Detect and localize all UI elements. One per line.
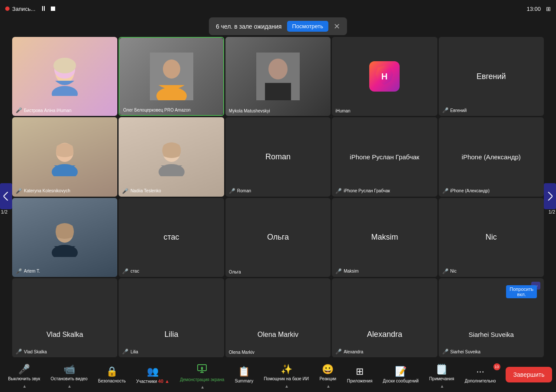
- video-tile-11[interactable]: стас 🎤 стас: [119, 198, 224, 277]
- video-tile-4[interactable]: Евгений 🎤 Евгений: [439, 37, 544, 116]
- whiteboard-button[interactable]: 📝 Доски сообщений: [378, 363, 423, 386]
- video-tile-13[interactable]: Maksim 🎤 Maksim: [332, 198, 437, 277]
- reactions-button[interactable]: 😀 Реакции: [315, 361, 341, 384]
- tile-name-9: iPhone (Александр): [450, 188, 490, 193]
- video-tile-21[interactable]: Lilia 🎤 Lilia: [119, 312, 224, 357]
- mic-tool-wrapper: 🎤 Выключить звук ▲: [4, 361, 45, 389]
- end-meeting-button[interactable]: Завершить: [506, 367, 553, 382]
- more-badge: 10: [493, 363, 500, 370]
- tile-display-name-23: Alexandra: [367, 330, 402, 339]
- ask-unmute-button[interactable]: Попросить вкл.: [506, 285, 537, 298]
- tile-name-2: Mykola Matushevskyi: [229, 109, 270, 113]
- video-tile-9[interactable]: iPhone (Александр) 🎤 iPhone (Александр): [439, 117, 544, 196]
- video-button[interactable]: 📹 Остановить видео: [46, 361, 92, 384]
- participants-tool-wrapper: 👥 Участники 40 ▲: [132, 363, 174, 386]
- tile-display-name-12: Ольга: [267, 233, 289, 242]
- mic-label: Выключить звук: [8, 376, 40, 381]
- video-tile-23[interactable]: Alexandra 🎤 Alexandra: [332, 312, 437, 357]
- video-tile-2[interactable]: Mykola Matushevskyi: [225, 37, 331, 116]
- video-tile-12[interactable]: Ольга Ольга: [225, 198, 331, 277]
- tile-display-name-7: Roman: [265, 152, 291, 161]
- mute-icon-13: 🎤: [335, 268, 342, 274]
- participants-button[interactable]: 👥 Участники 40 ▲: [132, 363, 174, 386]
- screenshare-caret[interactable]: ▲: [200, 385, 205, 389]
- video-tile-5[interactable]: 🎤 Kateryna Kolesnikovych: [12, 117, 117, 196]
- tile-label-22: Olena Markiv: [229, 350, 255, 355]
- reactions-caret[interactable]: ▲: [326, 384, 331, 389]
- security-tool-wrapper: 🔒 Безопасность: [94, 363, 130, 386]
- ai-caret[interactable]: ▲: [285, 384, 289, 389]
- video-tile-24[interactable]: Siarhei Suveika 🎤 Siarhei Suveika: [439, 312, 544, 357]
- nav-arrow-right[interactable]: [544, 183, 556, 209]
- tile-label-11: 🎤 стас: [122, 268, 139, 274]
- nav-arrow-left[interactable]: [0, 183, 12, 209]
- video-tile-7[interactable]: Roman 🎤 Roman: [225, 117, 331, 196]
- video-tile-8[interactable]: iPhone Руслан Грабчак 🎤 iPhone Руслан Гр…: [332, 117, 437, 196]
- apps-icon: ⊞: [356, 366, 364, 377]
- mic-button[interactable]: 🎤 Выключить звук: [4, 361, 45, 384]
- tile-name-4: Евгений: [450, 108, 467, 113]
- whiteboard-icon: 📝: [395, 366, 407, 377]
- mute-icon-10: 🎤: [16, 268, 22, 274]
- tile-name-22: Olena Markiv: [229, 350, 255, 355]
- tile-label-8: 🎤 iPhone Руслан Грабчак: [335, 188, 390, 194]
- video-tile-22[interactable]: Olena Markiv Olena Markiv: [225, 312, 331, 357]
- toolbar: 🎤 Выключить звук ▲ 📹 Остановить видео ▲ …: [0, 357, 556, 392]
- video-tile-1[interactable]: Олег Белоцерковец PRO Amazon: [119, 37, 224, 116]
- tile-display-name-22: Olena Markiv: [258, 331, 298, 339]
- summary-button[interactable]: 📋 Summary: [230, 363, 258, 386]
- close-waiting-banner-button[interactable]: ✕: [334, 23, 340, 30]
- svg-point-2: [52, 86, 78, 96]
- whiteboard-label: Доски сообщений: [383, 379, 419, 383]
- recording-indicator: Запись... ⏸ ⏹: [5, 5, 56, 13]
- video-tile-10[interactable]: 🎤 Artem T.: [12, 198, 117, 277]
- video-tile-0[interactable]: 🎤 Бистрова Аліна iHuman: [12, 37, 117, 116]
- avatar-mykola: [225, 37, 331, 116]
- mic-caret[interactable]: ▲: [23, 384, 27, 389]
- apps-button[interactable]: ⊞ Приложения: [343, 363, 377, 386]
- tile-label-7: 🎤 Roman: [229, 188, 251, 194]
- layout-icon[interactable]: ⊞: [546, 6, 551, 12]
- page-right-indicator: 1/2: [549, 209, 555, 214]
- whiteboard-tool-wrapper: 📝 Доски сообщений: [378, 363, 423, 386]
- tile-display-name-13: Maksim: [371, 233, 398, 242]
- mute-icon-14: 🎤: [442, 268, 449, 274]
- view-waiting-room-button[interactable]: Посмотреть: [287, 21, 328, 32]
- waiting-room-text: 6 чел. в зале ожидания: [216, 23, 282, 30]
- video-caret[interactable]: ▲: [67, 384, 72, 389]
- tile-label-20: 🎤 Vlad Skalka: [16, 349, 47, 355]
- svg-rect-18: [201, 368, 203, 370]
- video-tile-6[interactable]: 🎤 Nadiia Teslenko: [119, 117, 224, 196]
- mute-icon-11: 🎤: [122, 268, 129, 274]
- summary-tool-wrapper: 📋 Summary: [230, 363, 258, 386]
- top-bar: Запись... ⏸ ⏹ 13:00 ⊞: [0, 0, 556, 17]
- notes-button[interactable]: 🗒️ Примечания: [425, 361, 459, 384]
- security-button[interactable]: 🔒 Безопасность: [94, 363, 130, 386]
- tile-name-13: Maksim: [344, 269, 358, 273]
- recording-dot: [5, 7, 10, 11]
- mute-icon-23: 🎤: [335, 349, 342, 355]
- security-icon: 🔒: [106, 366, 118, 377]
- tile-display-name-4: Евгений: [477, 72, 506, 81]
- screenshare-label: Демонстрация экрана: [180, 377, 224, 382]
- svg-point-3: [53, 58, 76, 73]
- svg-rect-9: [265, 83, 291, 100]
- tile-label-0: 🎤 Бистрова Аліна iHuman: [16, 107, 71, 113]
- ihuman-logo: H: [369, 61, 400, 92]
- tile-label-5: 🎤 Kateryna Kolesnikovych: [16, 188, 70, 194]
- video-tile-20[interactable]: Vlad Skalka 🎤 Vlad Skalka: [12, 312, 117, 357]
- reactions-label: Реакции: [320, 376, 337, 381]
- ai-button[interactable]: ✨ Помощник на базе ИИ: [259, 361, 313, 384]
- notes-caret[interactable]: ▲: [440, 384, 444, 389]
- top-bar-right: 13:00 ⊞: [526, 6, 551, 12]
- tile-display-name-14: Nic: [486, 233, 497, 242]
- avatar-artem: [12, 198, 117, 277]
- video-tile-14[interactable]: Nic 🎤 Nic: [439, 198, 544, 277]
- screenshare-button[interactable]: Демонстрация экрана: [175, 360, 228, 385]
- tile-label-4: 🎤 Евгений: [442, 107, 467, 113]
- pause-icon[interactable]: ⏸: [40, 5, 47, 13]
- video-label: Остановить видео: [50, 376, 87, 381]
- tile-name-23: Alexandra: [344, 349, 363, 354]
- stop-icon[interactable]: ⏹: [50, 5, 56, 13]
- video-tile-3[interactable]: H iHuman: [332, 37, 437, 116]
